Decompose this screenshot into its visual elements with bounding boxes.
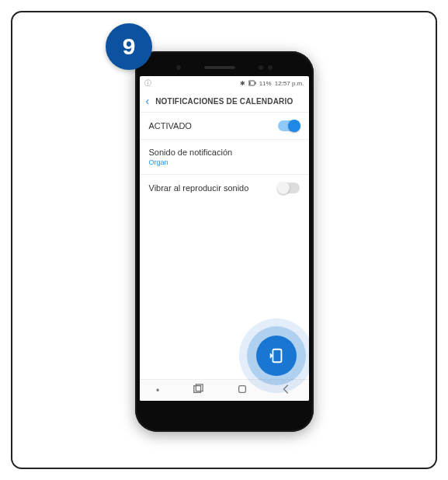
info-icon: ⓘ — [144, 78, 151, 89]
phone-front-camera — [259, 65, 263, 70]
nav-recents-button[interactable] — [193, 384, 203, 397]
battery-icon — [248, 80, 256, 86]
vibrate-label: Vibrar al reproducir sonido — [149, 183, 249, 193]
step-number: 9 — [123, 33, 136, 60]
svg-rect-6 — [239, 386, 246, 393]
notification-sound-row[interactable]: Sonido de notificación Organ — [140, 140, 309, 174]
sound-value: Organ — [149, 158, 233, 166]
step-badge: 9 — [106, 23, 152, 70]
phone-chin — [140, 401, 309, 424]
vibrate-switch[interactable] — [278, 183, 300, 193]
battery-percent: 11% — [259, 80, 272, 87]
nav-menu-button[interactable]: • — [156, 385, 159, 396]
phone-sensor — [176, 65, 181, 70]
nav-back-button[interactable] — [281, 384, 292, 397]
device-icon — [268, 347, 285, 364]
back-icon[interactable]: ‹ — [146, 95, 150, 107]
status-bar: ⓘ ✱ 11% 12:57 p.m. — [140, 76, 309, 90]
phone-earpiece-area — [140, 59, 309, 76]
svg-rect-3 — [273, 350, 281, 363]
activated-label: ACTIVADO — [149, 121, 192, 130]
activated-row[interactable]: ACTIVADO — [140, 113, 309, 139]
bluetooth-icon: ✱ — [240, 80, 245, 87]
svg-rect-1 — [255, 82, 255, 85]
phone-mockup: ⓘ ✱ 11% 12:57 p.m. ‹ NOTIFICACIONES DE C… — [135, 51, 314, 432]
svg-rect-2 — [249, 82, 251, 85]
app-bar: ‹ NOTIFICACIONES DE CALENDARIO — [140, 90, 309, 113]
navigation-bar: • — [140, 379, 309, 401]
nav-home-button[interactable] — [237, 384, 248, 397]
helper-fab[interactable] — [256, 336, 297, 376]
vibrate-row[interactable]: Vibrar al reproducir sonido — [140, 175, 309, 201]
sound-label: Sonido de notificación — [149, 148, 233, 157]
status-time: 12:57 p.m. — [275, 80, 304, 87]
page-frame: 9 ⓘ ✱ 11% 12:57 p.m. ‹ NOTIFICACIONES DE… — [11, 11, 437, 469]
phone-front-camera — [268, 65, 273, 70]
activated-switch[interactable] — [278, 120, 300, 131]
page-title: NOTIFICACIONES DE CALENDARIO — [155, 97, 293, 106]
phone-earpiece — [204, 66, 235, 69]
phone-screen: ⓘ ✱ 11% 12:57 p.m. ‹ NOTIFICACIONES DE C… — [140, 76, 309, 401]
